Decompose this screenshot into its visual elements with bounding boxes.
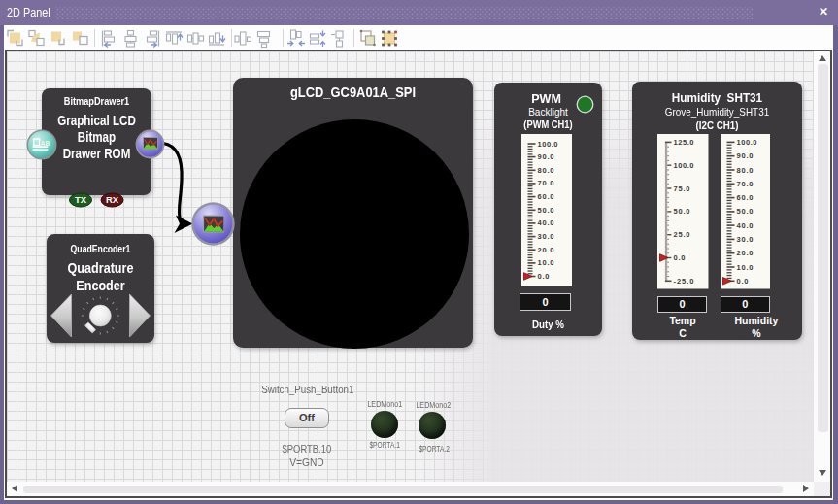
svg-text:80.0: 80.0	[538, 166, 554, 175]
svg-text:-25.0: -25.0	[674, 277, 694, 286]
svg-text:TX: TX	[75, 194, 87, 205]
svg-text:75.0: 75.0	[674, 185, 690, 193]
svg-text:RX: RX	[106, 194, 119, 205]
svg-text:50.0: 50.0	[736, 207, 753, 216]
svg-text:30.0: 30.0	[736, 235, 753, 244]
svg-text:10.0: 10.0	[538, 258, 554, 267]
svg-text:70.0: 70.0	[538, 179, 554, 187]
svg-text:100.0: 100.0	[674, 161, 694, 170]
svg-text:90.0: 90.0	[736, 151, 753, 160]
svg-text:60.0: 60.0	[538, 192, 554, 201]
svg-text:70.0: 70.0	[736, 180, 753, 188]
svg-text:100.0: 100.0	[736, 138, 756, 147]
svg-text:50.0: 50.0	[538, 206, 554, 215]
svg-text:40.0: 40.0	[736, 221, 753, 230]
svg-text:0.0: 0.0	[538, 272, 550, 281]
svg-text:50.0: 50.0	[674, 207, 690, 216]
svg-text:20.0: 20.0	[736, 249, 753, 257]
svg-text:100.0: 100.0	[538, 140, 558, 149]
svg-text:0.0: 0.0	[674, 253, 686, 262]
svg-text:30.0: 30.0	[538, 232, 554, 241]
svg-text:0.0: 0.0	[736, 277, 748, 286]
svg-text:125.0: 125.0	[674, 138, 694, 147]
svg-text:90.0: 90.0	[538, 152, 554, 161]
svg-text:40.0: 40.0	[538, 218, 554, 227]
svg-text:80.0: 80.0	[736, 166, 753, 175]
svg-text:10.0: 10.0	[736, 263, 753, 272]
svg-text:60.0: 60.0	[736, 193, 753, 202]
svg-text:25.0: 25.0	[674, 230, 690, 239]
svg-text:20.0: 20.0	[538, 246, 554, 254]
svg-text:AB: AB	[41, 140, 50, 147]
